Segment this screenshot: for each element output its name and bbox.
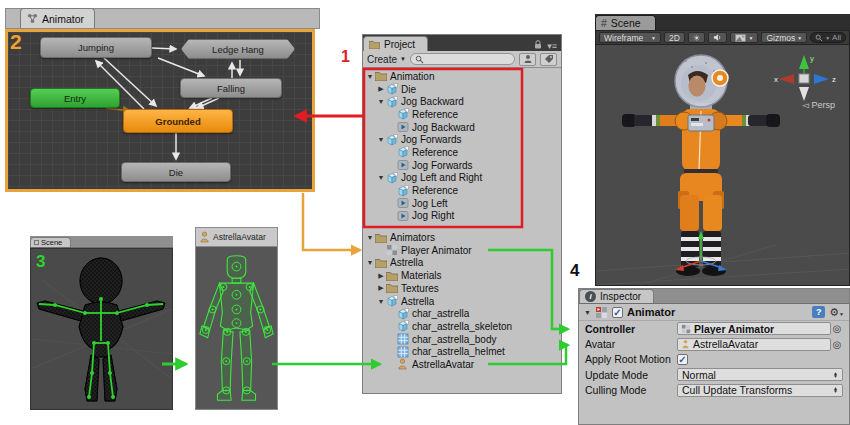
tree-item-label: Die: [399, 84, 416, 95]
foldout-open-icon[interactable]: ▼: [365, 73, 375, 80]
tree-item-jog-backward[interactable]: ▼Jog Backward: [363, 95, 561, 108]
foldout-open-icon[interactable]: ▼: [376, 298, 386, 305]
gizmos-dropdown[interactable]: Gizmos ▼: [761, 32, 807, 43]
scene-search-label: All: [832, 33, 841, 42]
foldout-closed-icon[interactable]: ▶: [376, 272, 386, 280]
animator-component-header[interactable]: ▼ ✓ Animator ? ⚙▼: [579, 304, 849, 321]
tree-item-jog-backward[interactable]: Jog Backward: [363, 121, 561, 134]
component-enabled-checkbox[interactable]: ✓: [612, 307, 623, 318]
foldout-open-icon[interactable]: ▼: [376, 136, 386, 143]
scene-tabbar: # Scene: [595, 14, 850, 30]
tree-item-reference[interactable]: Reference: [363, 108, 561, 121]
audio-icon[interactable]: [708, 32, 727, 43]
tree-item-label: Astrella: [399, 296, 434, 307]
folder-icon: [375, 257, 388, 269]
model-icon: [397, 320, 410, 332]
foldout-open-icon[interactable]: ▼: [584, 309, 591, 316]
object-picker-icon[interactable]: ◎: [831, 339, 843, 350]
tree-item-textures[interactable]: ▶Textures: [363, 282, 561, 295]
dropdown-arrow-icon: ▼: [400, 56, 406, 62]
tab-project[interactable]: Project: [363, 36, 428, 51]
tab-animator[interactable]: Animator: [20, 8, 95, 28]
foldout-open-icon[interactable]: ▼: [365, 259, 375, 266]
folder-icon: [386, 282, 399, 294]
tree-item-jog-right[interactable]: Jog Right: [363, 210, 561, 223]
tree-item-jog-forwards[interactable]: Jog Forwards: [363, 159, 561, 172]
foldout-closed-icon[interactable]: ▶: [376, 85, 386, 93]
controller-value: Player Animator: [694, 323, 774, 335]
controller-object-field[interactable]: Player Animator: [677, 322, 831, 335]
project-search-input[interactable]: [410, 53, 515, 65]
gizmos-label: Gizmos: [766, 33, 795, 43]
avatar-object-field[interactable]: AstrellaAvatar: [677, 338, 831, 351]
foldout-open-icon[interactable]: ▼: [376, 174, 386, 181]
step-label-3: 3: [36, 252, 45, 272]
tab-scene[interactable]: # Scene: [595, 15, 656, 30]
camera-fx-icon[interactable]: ▼: [730, 32, 758, 43]
inspector-window: i Inspector ▼ ✓ Animator ? ⚙▼ Controller…: [578, 288, 850, 425]
create-button[interactable]: Create ▼: [367, 54, 406, 65]
inspector-row-update-mode: Update Mode Normal ▲▼: [579, 367, 849, 382]
tree-item-astrella[interactable]: ▼Astrella: [363, 257, 561, 270]
tree-item-char-astrella-skeleton[interactable]: char_astrella_skeleton: [363, 320, 561, 333]
gear-icon[interactable]: ⚙▼: [829, 306, 844, 319]
wireframe-character: [31, 249, 172, 409]
inspector-row-avatar: Avatar AstrellaAvatar ◎: [579, 336, 849, 351]
tree-item-animation[interactable]: ▼Animation: [363, 70, 561, 83]
lock-icon[interactable]: [534, 40, 542, 51]
tree-item-char-astrella-body[interactable]: char_astrella_body: [363, 333, 561, 346]
tree-item-reference[interactable]: Reference: [363, 146, 561, 159]
tab-inspector[interactable]: i Inspector: [579, 289, 654, 303]
project-tabbar: Project ▾≡: [363, 35, 561, 51]
foldout-closed-icon[interactable]: ▶: [376, 284, 386, 292]
state-ledge-hang[interactable]: Ledge Hang: [181, 39, 295, 59]
tree-item-char-astrella-helmet[interactable]: char_astrella_helmet: [363, 345, 561, 358]
avatar-preview-viewport[interactable]: [196, 247, 277, 409]
shading-mode-dropdown[interactable]: Wireframe ▼: [599, 32, 661, 43]
mini-scene-viewport[interactable]: [30, 248, 173, 410]
state-entry[interactable]: Entry: [30, 88, 120, 108]
scene-viewport[interactable]: x z y ◅ Persp: [595, 45, 850, 286]
window-menu-icon[interactable]: ▾≡: [547, 41, 557, 51]
tree-item-player-animator[interactable]: Player Animator: [363, 244, 561, 257]
inspector-row-controller: Controller Player Animator ◎: [579, 321, 849, 336]
axis-y-label: y: [810, 54, 814, 63]
tree-item-reference[interactable]: Reference: [363, 184, 561, 197]
state-die[interactable]: Die: [121, 162, 231, 182]
mini-scene-tab-label: Scene: [41, 238, 62, 247]
avatar-value: AstrellaAvatar: [693, 338, 758, 350]
component-name: Animator: [627, 306, 675, 318]
search-by-type-icon[interactable]: [519, 53, 536, 66]
help-icon[interactable]: ?: [812, 306, 825, 318]
tab-mini-scene[interactable]: Scene: [30, 237, 71, 247]
tree-item-die[interactable]: ▶Die: [363, 83, 561, 96]
tree-item-astrella[interactable]: ▼Astrella: [363, 295, 561, 308]
scene-axis-gizmo[interactable]: x z y: [766, 53, 841, 103]
foldout-open-icon[interactable]: ▼: [365, 234, 375, 241]
search-by-label-icon[interactable]: [540, 53, 557, 66]
animator-graph-canvas[interactable]: Jumping Ledge Hang Falling Entry Grounde…: [5, 29, 315, 192]
tree-item-astrellaavatar[interactable]: AstrellaAvatar: [363, 358, 561, 371]
sun-icon[interactable]: ☀: [688, 32, 706, 43]
clip-icon: [397, 159, 410, 171]
2d-toggle-button[interactable]: 2D: [664, 32, 685, 43]
tree-item-materials[interactable]: ▶Materials: [363, 269, 561, 282]
scene-search-input[interactable]: ▼ All: [810, 32, 846, 43]
state-machine-icon: [27, 13, 38, 24]
state-falling[interactable]: Falling: [180, 78, 282, 98]
foldout-open-icon[interactable]: ▼: [376, 98, 386, 105]
persp-label[interactable]: ◅ Persp: [802, 100, 835, 110]
tree-item-jog-forwards[interactable]: ▼Jog Forwards: [363, 133, 561, 146]
tree-item-char-astrella[interactable]: char_astrella: [363, 307, 561, 320]
tree-item-label: Jog Left and Right: [399, 172, 482, 183]
culling-mode-dropdown[interactable]: Cull Update Transforms ▲▼: [677, 384, 843, 397]
object-picker-icon[interactable]: ◎: [831, 323, 843, 334]
state-grounded[interactable]: Grounded: [123, 109, 233, 133]
update-mode-dropdown[interactable]: Normal ▲▼: [677, 368, 843, 381]
tree-item-jog-left-and-right[interactable]: ▼Jog Left and Right: [363, 172, 561, 185]
state-jumping[interactable]: Jumping: [40, 37, 152, 58]
apply-root-motion-checkbox[interactable]: ✓: [677, 354, 688, 365]
create-button-label: Create: [367, 54, 397, 65]
tree-item-animators[interactable]: ▼Animators: [363, 231, 561, 244]
tree-item-jog-left[interactable]: Jog Left: [363, 197, 561, 210]
